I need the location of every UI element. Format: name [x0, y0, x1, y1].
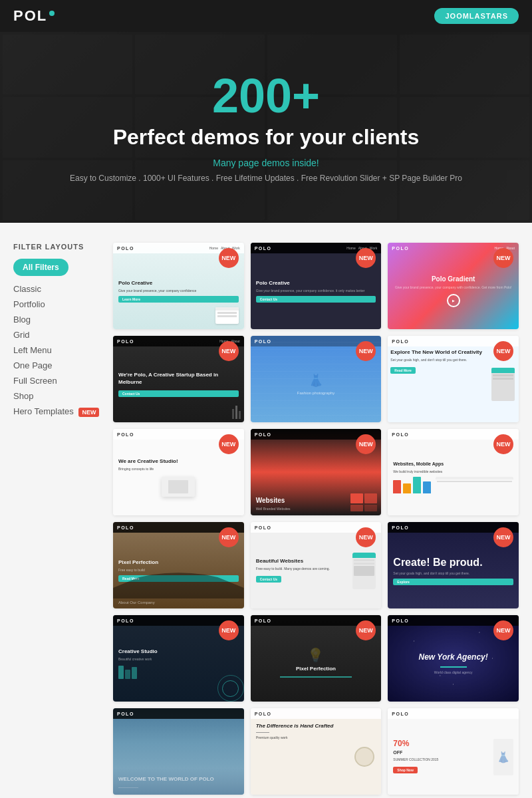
card-heading: We're Polo, A Creative Startup Based in … — [118, 372, 239, 386]
new-badge: NEW — [219, 527, 239, 547]
new-badge: NEW — [493, 527, 513, 547]
new-badge: NEW — [219, 248, 239, 268]
site-logo[interactable]: POL — [13, 7, 55, 25]
new-badge-hero: NEW — [78, 408, 99, 417]
card-sub: About Our Company — [118, 600, 155, 604]
card-mobile-apps[interactable]: POLO Websites, Mobile Apps We build trul… — [388, 429, 519, 515]
new-badge: NEW — [219, 620, 239, 640]
cards-grid: POLO Home About Work Polo Creative Give … — [113, 243, 519, 795]
card-heading: Create! Be proud. — [393, 556, 513, 569]
card-desc: Set your goals high, and don't stop till… — [390, 358, 487, 362]
card-heading: Polo Creative — [256, 280, 376, 287]
card-heading: Beautiful Websites — [256, 558, 349, 565]
filter-left-menu[interactable]: Left Menu — [13, 342, 103, 358]
card-logo: POLO — [255, 525, 272, 530]
card-desc: SUMMER COLLECTION 2015 — [393, 757, 491, 762]
hero-count: 200+ — [13, 72, 519, 120]
card-logo: POLO — [392, 432, 409, 437]
card-logo: POLO — [392, 712, 409, 716]
card-heading: Explore The New World of Creativity — [390, 349, 487, 356]
filter-shop[interactable]: Shop — [13, 388, 103, 404]
new-badge: NEW — [219, 434, 239, 454]
card-logo: POLO — [255, 246, 272, 251]
card-heading: Polo Gradient — [393, 275, 513, 283]
card-desc: World class digital agency — [393, 670, 513, 675]
card-desc: We build truly incredible websites — [393, 469, 513, 474]
filter-grid[interactable]: Grid — [13, 327, 103, 342]
filter-full-screen[interactable]: Full Screen — [13, 373, 103, 388]
card-logo: POLO — [255, 432, 272, 437]
card-websites-red[interactable]: POLO Websites Well Branded Websites — [251, 429, 382, 515]
filter-one-page[interactable]: One Page — [13, 358, 103, 373]
card-cta: Explore — [393, 579, 513, 585]
logo-dot-icon — [49, 11, 55, 16]
card-logo: POLO — [392, 246, 409, 251]
filter-portfolio[interactable]: Portfolio — [13, 297, 103, 312]
card-dark-studio[interactable]: POLO Creative Studio Beautiful creative … — [113, 615, 244, 702]
card-logo: POLO — [392, 525, 409, 530]
card-beautiful[interactable]: POLO Beautiful Websites Free easy to bui… — [251, 522, 382, 608]
main-content: FILTER LAYOUTS All Filters Classic Portf… — [0, 223, 532, 798]
card-desc: Free easy to build — [118, 568, 239, 573]
joomlastars-button[interactable]: JOOMLASTARS — [434, 8, 519, 24]
card-cta: Learn More — [118, 296, 239, 303]
new-badge: NEW — [493, 620, 513, 640]
demo-grid: POLO Home About Work Polo Creative Give … — [113, 243, 519, 795]
card-summer[interactable]: POLO 70%OFF SUMMER COLLECTION 2015 Shop … — [388, 708, 519, 795]
card-logo: POLO — [117, 246, 134, 251]
card-heading: Polo Creative — [118, 280, 239, 287]
card-new-york[interactable]: POLO New York Agency! World class digita… — [388, 615, 519, 702]
card-cta: Contact Us — [256, 296, 376, 303]
filter-all-button[interactable]: All Filters — [13, 259, 68, 276]
card-cta: Contact Us — [256, 576, 281, 583]
card-desc: Give your brand presence, your company w… — [393, 285, 513, 290]
card-logo: POLO — [117, 618, 134, 623]
card-desc: Bringing concepts to life — [118, 467, 239, 471]
card-proud[interactable]: POLO Create! Be proud. Set your goals hi… — [388, 522, 519, 608]
new-badge: NEW — [493, 434, 513, 454]
new-badge: NEW — [219, 341, 239, 361]
card-studio[interactable]: POLO We are Creative Studio! Bringing co… — [113, 429, 244, 515]
site-header: POL JOOMLASTARS — [0, 0, 532, 32]
hero-subtitle: Many page demos inside! — [13, 158, 519, 168]
filter-blog[interactable]: Blog — [13, 312, 103, 327]
card-heading: The Difference is Hand Crafted — [256, 723, 350, 730]
card-creativity[interactable]: POLO Explore The New World of Creativity… — [388, 336, 519, 422]
logo-text: POL — [13, 7, 47, 25]
card-logo: POLO — [117, 339, 134, 344]
card-cta: Shop Now — [393, 767, 417, 773]
card-polo-world[interactable]: POLO WELCOME TO THE WORLD OF POLO — [113, 708, 244, 795]
card-heading: We are Creative Studio! — [118, 458, 239, 465]
card-melburne[interactable]: POLO Home About We're Polo, A Creative S… — [113, 336, 244, 422]
card-polo-gradient[interactable]: POLO Home About Polo Gradient Give your … — [388, 243, 519, 329]
card-logo: POLO — [255, 618, 272, 623]
card-fashion[interactable]: POLO 👗 Fashion photography NEW — [251, 336, 382, 422]
card-desc: Set your goals high, and don't stop till… — [393, 571, 513, 576]
card-heading: 70%OFF — [393, 739, 491, 755]
card-desc: Beautiful creative work — [118, 657, 239, 662]
card-logo: POLO — [117, 432, 134, 437]
card-polo-creative-dark[interactable]: POLO Home About Work Polo Creative Give … — [251, 243, 382, 329]
card-desc: Give your brand presence, your company c… — [256, 289, 376, 293]
card-bridge[interactable]: POLO Pixel Perfection Free easy to build… — [113, 522, 244, 608]
card-desc: Premium quality work — [256, 735, 350, 740]
filter-classic[interactable]: Classic — [13, 281, 103, 297]
new-badge: NEW — [493, 248, 513, 268]
card-heading: Websites, Mobile Apps — [393, 462, 513, 467]
hero-title: Perfect demos for your clients — [13, 125, 519, 150]
new-badge: NEW — [493, 341, 513, 361]
card-handcrafted[interactable]: POLO The Difference is Hand Crafted Prem… — [251, 708, 382, 795]
card-pixel-dark[interactable]: POLO 💡 Pixel Perfection NEW — [251, 615, 382, 702]
filter-title: FILTER LAYOUTS — [13, 243, 103, 251]
card-logo: POLO — [117, 712, 134, 716]
card-desc: Give your brand presence, your company c… — [118, 289, 239, 293]
card-cta: Contact Us — [118, 390, 239, 397]
card-desc: Fashion photography — [297, 390, 334, 396]
card-logo: POLO — [392, 339, 409, 344]
card-heading: Creative Studio — [118, 648, 239, 655]
card-desc: Free easy to build. Many page demos are … — [256, 567, 349, 571]
play-icon — [447, 294, 460, 307]
filter-hero-templates[interactable]: Hero Templates NEW — [13, 404, 103, 419]
filter-sidebar: FILTER LAYOUTS All Filters Classic Portf… — [13, 243, 113, 795]
card-polo-creative-light[interactable]: POLO Home About Work Polo Creative Give … — [113, 243, 244, 329]
